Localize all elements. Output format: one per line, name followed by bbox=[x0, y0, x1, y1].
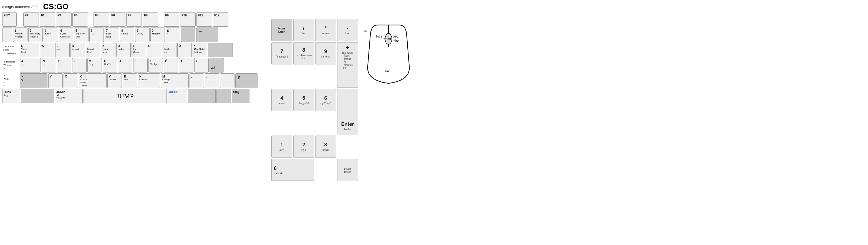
qwerty-row: 1← Score-board → Netgraph Q VoiceChat W … bbox=[2, 43, 264, 57]
numpad-1[interactable]: 1 awp bbox=[271, 136, 292, 158]
numpad-0[interactable]: 0 AK / M4 bbox=[271, 159, 314, 181]
key-win-left[interactable] bbox=[21, 89, 54, 103]
numpad-7[interactable]: 7 famas/galil bbox=[271, 42, 292, 64]
numpad-numlock[interactable]: NumLock bbox=[271, 19, 292, 41]
key-f[interactable]: F bbox=[72, 58, 87, 73]
keyboard-section: maxgry autoexec v2.0 CS:GO ESC F1 F2 F3 … bbox=[0, 0, 267, 106]
key-h[interactable]: H Graffiti bbox=[103, 58, 117, 73]
key-f3[interactable]: F3 bbox=[56, 12, 71, 27]
key-v[interactable]: V Inspect bbox=[107, 73, 122, 88]
numpad-plus[interactable]: + full nades- flash- smoke- he- molotov-… bbox=[337, 42, 358, 88]
key-f9[interactable]: F9 bbox=[164, 12, 179, 27]
key-sz[interactable]: ß ·· bbox=[166, 27, 180, 42]
key-win-right[interactable] bbox=[188, 89, 216, 103]
numpad-row-0: NumLock / he * smoke - flash bbox=[271, 19, 356, 41]
key-y[interactable]: Y bbox=[48, 73, 63, 88]
key-hash[interactable]: # bbox=[194, 58, 209, 73]
numpad-enter-top[interactable]: Enter kevlar bbox=[337, 89, 358, 134]
key-1[interactable]: 1 PrimaryWeapon bbox=[13, 27, 28, 42]
key-k[interactable]: K bbox=[133, 58, 148, 73]
key-tab[interactable]: Q VoiceChat bbox=[20, 43, 39, 57]
key-l[interactable]: L Noclip bbox=[149, 58, 163, 73]
key-menu[interactable] bbox=[216, 89, 231, 103]
key-oe[interactable]: Ö bbox=[164, 58, 178, 73]
key-8[interactable]: 8 Smoke bbox=[120, 27, 134, 42]
key-4[interactable]: 4 CycleGrenades bbox=[59, 27, 73, 42]
numpad-minus[interactable]: - flash bbox=[337, 19, 358, 41]
key-shift-left[interactable]: >< bbox=[20, 73, 48, 88]
key-t[interactable]: T GlobalMsg bbox=[86, 43, 100, 57]
key-c[interactable]: C ClutchModeToggle bbox=[79, 73, 106, 88]
key-ctrl-left[interactable]: Duck Strg bbox=[2, 89, 20, 103]
key-u[interactable]: U Radio bbox=[116, 43, 131, 57]
key-period[interactable]: : . bbox=[205, 73, 219, 88]
key-z[interactable]: Z TeamMsg bbox=[101, 43, 116, 57]
key-i[interactable]: I InvDisplay bbox=[131, 43, 146, 57]
key-plus-main[interactable]: * Dev MatchSettings bbox=[193, 43, 207, 57]
key-s[interactable]: S ↓ bbox=[42, 58, 56, 73]
key-f11[interactable]: F11 bbox=[196, 12, 212, 27]
number-key-row: ° 1 PrimaryWeapon 2 SecondaryWeapon 3 Kn… bbox=[2, 27, 264, 42]
key-m[interactable]: M ChangeTeam bbox=[161, 73, 189, 88]
numpad-5[interactable]: 5 deagle/r8 bbox=[293, 89, 314, 111]
yxcv-row: ⇑Walk >< >< Y X C ClutchModeToggle V Ins… bbox=[2, 73, 264, 88]
key-f12[interactable]: F12 bbox=[213, 12, 228, 27]
key-2[interactable]: 2 SecondaryWeapon bbox=[28, 27, 43, 42]
key-ctrl-right[interactable]: Strg bbox=[232, 89, 249, 103]
key-j[interactable]: J bbox=[118, 58, 132, 73]
key-comma[interactable]: ; , bbox=[189, 73, 204, 88]
key-f4[interactable]: F4 bbox=[72, 12, 88, 27]
numpad-3[interactable]: 3 ump45 bbox=[315, 136, 336, 158]
key-f10[interactable]: F10 bbox=[180, 12, 196, 27]
app-title: maxgry autoexec v2.0 bbox=[2, 5, 37, 9]
key-minus[interactable]: _ - bbox=[220, 73, 235, 88]
key-5[interactable]: 5 ExplosiveTrap bbox=[74, 27, 89, 42]
key-d[interactable]: D → bbox=[57, 58, 71, 73]
key-e[interactable]: E Use bbox=[55, 43, 70, 57]
key-x[interactable]: X bbox=[64, 73, 78, 88]
key-f8[interactable]: F8 bbox=[143, 12, 158, 27]
svg-text:PING: PING bbox=[383, 37, 391, 41]
key-ae[interactable]: Ä bbox=[179, 58, 193, 73]
key-enter-wide[interactable]: ↵ bbox=[210, 58, 224, 73]
key-f1[interactable]: F1 bbox=[23, 12, 39, 27]
numpad-9[interactable]: 9 molotov bbox=[315, 42, 336, 64]
key-n[interactable]: N Console bbox=[138, 73, 160, 88]
key-esc[interactable]: ESC bbox=[2, 12, 17, 27]
key-9[interactable]: 9 Decoy bbox=[135, 27, 150, 42]
numpad-2[interactable]: 2 p250 bbox=[293, 136, 314, 158]
numpad-row-3: 1 awp 2 p250 3 ump45 bbox=[271, 136, 356, 158]
key-g[interactable]: G drop bbox=[87, 58, 102, 73]
key-3[interactable]: 3 Knife bbox=[43, 27, 58, 42]
numpad-6[interactable]: 6 mp7/ mp5 bbox=[315, 89, 336, 111]
key-o[interactable]: O bbox=[147, 43, 161, 57]
key-7[interactable]: 7 Flash-bang bbox=[104, 27, 119, 42]
key-tilde[interactable]: ° bbox=[2, 27, 12, 42]
key-b[interactable]: B buy bbox=[123, 73, 137, 88]
key-accent[interactable] bbox=[181, 27, 195, 42]
key-0[interactable]: 0 Molotov bbox=[150, 27, 165, 42]
function-key-row: ESC F1 F2 F3 F4 F5 F6 F7 F8 F9 F10 F11 F… bbox=[2, 12, 264, 27]
numpad-divide[interactable]: / he bbox=[293, 19, 314, 41]
numpad-8[interactable]: 8 tec9/fiveseven/cz bbox=[293, 42, 314, 64]
key-f6[interactable]: F6 bbox=[110, 12, 125, 27]
key-caps[interactable]: A ← bbox=[20, 58, 41, 73]
numpad-multiply[interactable]: * smoke bbox=[315, 19, 336, 41]
asdf-row: ⇓ ReadicalWeaponInv A ← S ↓ D → F G drop… bbox=[2, 58, 264, 73]
key-f2[interactable]: F2 bbox=[40, 12, 55, 27]
key-r[interactable]: R Reload bbox=[70, 43, 85, 57]
key-spacebar[interactable]: JUMP bbox=[84, 89, 167, 103]
key-ue[interactable]: Ü bbox=[177, 43, 192, 57]
key-altgr[interactable]: Alt Gr bbox=[167, 89, 187, 103]
key-w[interactable]: W ↑ bbox=[40, 43, 54, 57]
key-backspace[interactable]: ← bbox=[196, 27, 218, 42]
key-enter[interactable] bbox=[208, 43, 233, 57]
key-shift-right[interactable]: ⇑ bbox=[235, 73, 257, 88]
key-alt-left[interactable]: JUMP AltTHROW bbox=[55, 89, 83, 103]
numpad-del[interactable]: kevlarmütze bbox=[337, 159, 358, 181]
key-6[interactable]: 6 HE bbox=[89, 27, 104, 42]
key-f7[interactable]: F7 bbox=[126, 12, 142, 27]
key-f5[interactable]: F5 bbox=[94, 12, 109, 27]
numpad-4[interactable]: 4 scout bbox=[271, 89, 292, 111]
key-p[interactable]: P Bomb-find bbox=[162, 43, 177, 57]
